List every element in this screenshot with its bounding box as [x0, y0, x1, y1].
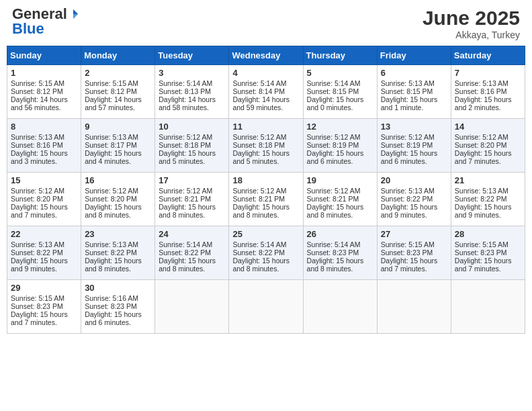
day-12: 12Sunrise: 5:12 AMSunset: 8:19 PMDayligh… — [303, 119, 377, 173]
day-25: 25Sunrise: 5:14 AMSunset: 8:22 PMDayligh… — [229, 226, 303, 280]
day-5: 5Sunrise: 5:14 AMSunset: 8:15 PMDaylight… — [303, 65, 377, 119]
day-2: 2Sunrise: 5:15 AMSunset: 8:12 PMDaylight… — [81, 65, 155, 119]
logo-blue: Blue — [12, 21, 44, 36]
header-friday: Friday — [377, 46, 451, 65]
header-tuesday: Tuesday — [155, 46, 229, 65]
header-wednesday: Wednesday — [229, 46, 303, 65]
day-21: 21Sunrise: 5:13 AMSunset: 8:22 PMDayligh… — [451, 173, 525, 226]
day-18: 18Sunrise: 5:12 AMSunset: 8:21 PMDayligh… — [229, 173, 303, 226]
day-17: 17Sunrise: 5:12 AMSunset: 8:21 PMDayligh… — [155, 173, 229, 226]
day-28: 28Sunrise: 5:15 AMSunset: 8:23 PMDayligh… — [451, 226, 525, 280]
logo: General Blue — [12, 7, 79, 36]
day-23: 23Sunrise: 5:13 AMSunset: 8:22 PMDayligh… — [81, 226, 155, 280]
day-29: 29Sunrise: 5:15 AMSunset: 8:23 PMDayligh… — [7, 280, 81, 334]
title-block: June 2025 Akkaya, Turkey — [423, 7, 520, 40]
header-thursday: Thursday — [303, 46, 377, 65]
logo-icon — [67, 8, 79, 20]
empty-cell-2 — [229, 280, 303, 334]
header-monday: Monday — [81, 46, 155, 65]
day-30: 30Sunrise: 5:16 AMSunset: 8:23 PMDayligh… — [81, 280, 155, 334]
header-sunday: Sunday — [7, 46, 81, 65]
day-11: 11Sunrise: 5:12 AMSunset: 8:18 PMDayligh… — [229, 119, 303, 173]
logo-general: General — [12, 7, 67, 21]
day-9: 9Sunrise: 5:13 AMSunset: 8:17 PMDaylight… — [81, 119, 155, 173]
weekday-header-row: Sunday Monday Tuesday Wednesday Thursday… — [7, 46, 525, 65]
week-row-3: 15Sunrise: 5:12 AMSunset: 8:20 PMDayligh… — [7, 173, 525, 226]
header-saturday: Saturday — [451, 46, 525, 65]
day-14: 14Sunrise: 5:12 AMSunset: 8:20 PMDayligh… — [451, 119, 525, 173]
svg-marker-1 — [73, 14, 78, 19]
day-22: 22Sunrise: 5:13 AMSunset: 8:22 PMDayligh… — [7, 226, 81, 280]
day-20: 20Sunrise: 5:13 AMSunset: 8:22 PMDayligh… — [377, 173, 451, 226]
day-26: 26Sunrise: 5:14 AMSunset: 8:23 PMDayligh… — [303, 226, 377, 280]
day-10: 10Sunrise: 5:12 AMSunset: 8:18 PMDayligh… — [155, 119, 229, 173]
day-3: 3Sunrise: 5:14 AMSunset: 8:13 PMDaylight… — [155, 65, 229, 119]
day-7: 7Sunrise: 5:13 AMSunset: 8:16 PMDaylight… — [451, 65, 525, 119]
svg-marker-0 — [73, 9, 78, 14]
day-16: 16Sunrise: 5:12 AMSunset: 8:20 PMDayligh… — [81, 173, 155, 226]
calendar-table: Sunday Monday Tuesday Wednesday Thursday… — [7, 46, 525, 334]
day-24: 24Sunrise: 5:14 AMSunset: 8:22 PMDayligh… — [155, 226, 229, 280]
month-year: June 2025 — [423, 7, 520, 30]
empty-cell-1 — [155, 280, 229, 334]
empty-cell-4 — [377, 280, 451, 334]
week-row-2: 8Sunrise: 5:13 AMSunset: 8:16 PMDaylight… — [7, 119, 525, 173]
empty-cell-3 — [303, 280, 377, 334]
page-header: General Blue June 2025 Akkaya, Turkey — [7, 7, 525, 40]
day-19: 19Sunrise: 5:12 AMSunset: 8:21 PMDayligh… — [303, 173, 377, 226]
day-27: 27Sunrise: 5:15 AMSunset: 8:23 PMDayligh… — [377, 226, 451, 280]
day-15: 15Sunrise: 5:12 AMSunset: 8:20 PMDayligh… — [7, 173, 81, 226]
empty-cell-5 — [451, 280, 525, 334]
location: Akkaya, Turkey — [423, 30, 520, 40]
week-row-1: 1Sunrise: 5:15 AMSunset: 8:12 PMDaylight… — [7, 65, 525, 119]
week-row-4: 22Sunrise: 5:13 AMSunset: 8:22 PMDayligh… — [7, 226, 525, 280]
week-row-5: 29Sunrise: 5:15 AMSunset: 8:23 PMDayligh… — [7, 280, 525, 334]
day-4: 4Sunrise: 5:14 AMSunset: 8:14 PMDaylight… — [229, 65, 303, 119]
day-8: 8Sunrise: 5:13 AMSunset: 8:16 PMDaylight… — [7, 119, 81, 173]
day-13: 13Sunrise: 5:12 AMSunset: 8:19 PMDayligh… — [377, 119, 451, 173]
day-1: 1Sunrise: 5:15 AMSunset: 8:12 PMDaylight… — [7, 65, 81, 119]
day-6: 6Sunrise: 5:13 AMSunset: 8:15 PMDaylight… — [377, 65, 451, 119]
